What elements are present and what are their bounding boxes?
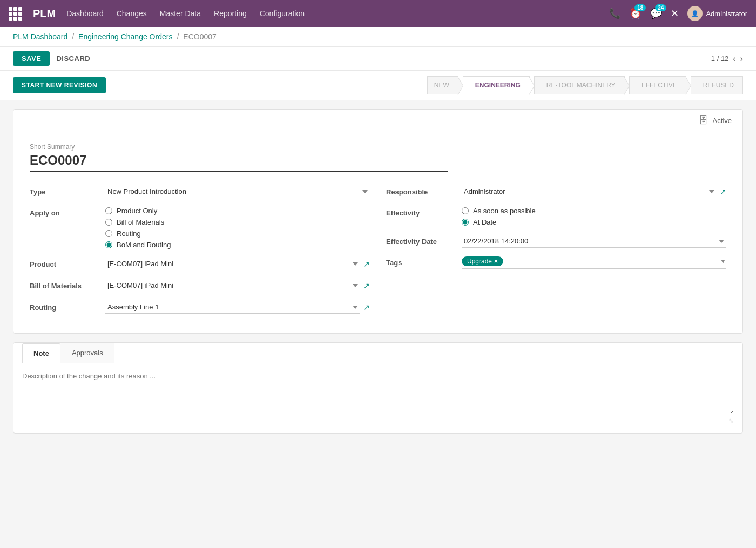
save-button[interactable]: SAVE [13,51,50,66]
radio-bom[interactable]: Bill of Materials [105,218,171,226]
radio-routing-input[interactable] [105,230,112,237]
routing-select-wrapper: Assembly Line 1 ↗ [105,301,370,314]
admin-avatar: 👤 [687,6,703,21]
right-column: Responsible Administrator ↗ Effectivity [386,185,726,322]
breadcrumb-eco[interactable]: Engineering Change Orders [78,32,172,41]
settings-icon[interactable]: ✕ [671,8,679,19]
phone-icon[interactable]: 📞 [609,8,621,19]
tag-label: Upgrade [467,258,492,265]
effectivity-date-wrapper: 02/22/2018 14:20:00 [462,235,726,248]
product-label: Product [30,260,100,268]
tags-dropdown-arrow[interactable]: ▼ [720,258,726,265]
note-resize-handle: ⤡ [22,417,734,424]
nav-changes[interactable]: Changes [117,9,147,18]
nav-configuration[interactable]: Configuration [260,9,305,18]
pagination: 1 / 12 ‹ › [711,54,743,64]
routing-ext-link[interactable]: ↗ [363,303,370,312]
admin-user[interactable]: 👤 Administrator [687,6,747,21]
form-columns: Type New Product Introduction Apply on [30,185,726,322]
effectivity-row: Effectivity As soon as possible At Date [386,207,726,226]
stage-new[interactable]: NEW [427,76,458,94]
bom-ext-link[interactable]: ↗ [363,281,370,290]
radio-at-date-input[interactable] [462,219,469,226]
app-grid-icon[interactable] [9,7,22,21]
tags-wrapper: Upgrade × ▼ [462,256,726,269]
breadcrumb-plm[interactable]: PLM Dashboard [13,32,68,41]
effectivity-options: As soon as possible At Date [462,207,536,226]
responsible-label: Responsible [386,188,456,196]
responsible-select-wrapper: Administrator ↗ [462,185,726,198]
radio-at-date[interactable]: At Date [462,218,536,226]
breadcrumb-sep2: / [177,32,179,41]
tag-remove-icon[interactable]: × [494,258,498,265]
routing-select[interactable]: Assembly Line 1 [105,301,360,314]
product-select[interactable]: [E-COM07] iPad Mini [105,258,360,270]
action-bar: SAVE DISCARD 1 / 12 ‹ › [0,47,756,71]
activity-badge: 18 [634,4,646,11]
upgrade-tag[interactable]: Upgrade × [462,256,503,266]
status-badge[interactable]: 🗄 Active [699,115,732,126]
nav-reporting[interactable]: Reporting [214,9,247,18]
radio-bom-routing-input[interactable] [105,241,112,248]
responsible-ext-link[interactable]: ↗ [720,187,726,196]
status-label: Active [713,117,732,125]
bom-label: Bill of Materials [30,282,100,290]
form-body: Short Summary Type New Product Introduct… [14,132,742,333]
start-new-revision-button[interactable]: START NEW REVISION [13,77,106,93]
messages-badge: 24 [655,4,666,11]
short-summary-label: Short Summary [30,143,726,151]
stage-engineering[interactable]: ENGINEERING [463,76,530,94]
effectivity-date-select[interactable]: 02/22/2018 14:20:00 [462,235,726,248]
stage-refused[interactable]: REFUSED [691,76,743,94]
bom-select[interactable]: [E-COM07] iPad Mini [105,279,360,292]
main-content: 🗄 Active Short Summary Type [0,100,756,442]
tab-approvals[interactable]: Approvals [60,343,114,363]
discard-button[interactable]: DISCARD [56,55,90,63]
short-summary-input[interactable] [30,153,448,172]
nav-dashboard[interactable]: Dashboard [66,9,104,18]
apply-on-row: Apply on Product Only Bill of Materials [30,207,370,249]
tabs-bar: Note Approvals [14,343,742,363]
next-button[interactable]: › [740,54,743,64]
topnav-right: 📞 ⏰ 18 💬 24 ✕ 👤 Administrator [609,6,747,21]
routing-row: Routing Assembly Line 1 ↗ [30,301,370,314]
stage-retool[interactable]: RE-TOOL MACHINERY [534,76,625,94]
responsible-row: Responsible Administrator ↗ [386,185,726,198]
breadcrumb-current: ECO0007 [183,32,216,41]
short-summary-section: Short Summary [30,143,726,172]
status-bar: 🗄 Active [14,110,742,132]
type-label: Type [30,188,100,196]
radio-product-only-input[interactable] [105,207,112,214]
bom-select-wrapper: [E-COM07] iPad Mini ↗ [105,279,370,292]
type-select-wrapper: New Product Introduction [105,185,370,198]
product-row: Product [E-COM07] iPad Mini ↗ [30,258,370,270]
apply-on-label: Apply on [30,207,100,217]
tab-note[interactable]: Note [22,343,60,363]
type-row: Type New Product Introduction [30,185,370,198]
topnav: PLM Dashboard Changes Master Data Report… [0,0,756,27]
stage-bar: START NEW REVISION NEW ENGINEERING RE-TO… [0,71,756,100]
pagination-count: 1 / 12 [711,55,729,63]
form-card: 🗄 Active Short Summary Type [13,109,743,334]
radio-product-only[interactable]: Product Only [105,207,171,215]
radio-asap[interactable]: As soon as possible [462,207,536,215]
activity-icon[interactable]: ⏰ 18 [630,8,642,19]
messages-icon[interactable]: 💬 24 [650,8,662,19]
radio-asap-input[interactable] [462,207,469,214]
bom-row: Bill of Materials [E-COM07] iPad Mini ↗ [30,279,370,292]
product-ext-link[interactable]: ↗ [363,260,370,268]
radio-bom-routing[interactable]: BoM and Routing [105,241,171,249]
radio-routing[interactable]: Routing [105,229,171,238]
apply-on-options: Product Only Bill of Materials Routing [105,207,171,249]
effectivity-date-row: Effectivity Date 02/22/2018 14:20:00 [386,235,726,248]
prev-button[interactable]: ‹ [733,54,735,64]
radio-bom-input[interactable] [105,219,112,226]
breadcrumb: PLM Dashboard / Engineering Change Order… [0,27,756,47]
type-select[interactable]: New Product Introduction [105,185,370,198]
responsible-select[interactable]: Administrator [462,185,717,198]
effectivity-date-label: Effectivity Date [386,238,456,246]
note-textarea[interactable] [22,372,734,415]
stage-effective[interactable]: EFFECTIVE [629,76,686,94]
nav-masterdata[interactable]: Master Data [160,9,201,18]
tags-row: Tags Upgrade × ▼ [386,256,726,269]
